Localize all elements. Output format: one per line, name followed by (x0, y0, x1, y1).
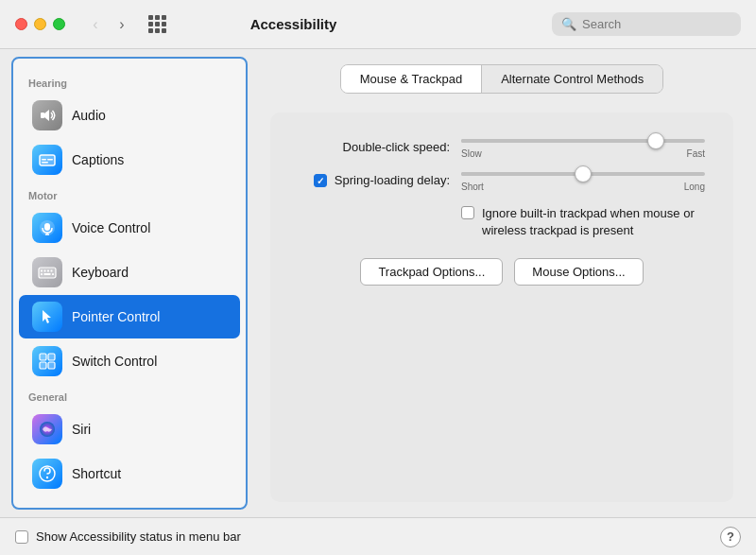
svg-rect-10 (44, 270, 46, 272)
double-click-speed-slider-container: Slow Fast (461, 135, 705, 159)
audio-icon (32, 100, 62, 130)
svg-rect-9 (41, 270, 43, 272)
minimize-button[interactable] (34, 18, 46, 30)
svg-rect-15 (52, 273, 54, 275)
keyboard-label: Keyboard (72, 265, 129, 280)
spring-loading-labels: Short Long (461, 182, 705, 192)
sidebar-item-voice-control[interactable]: Voice Control (19, 206, 240, 250)
svg-rect-1 (40, 155, 55, 165)
svg-point-22 (46, 477, 48, 478)
status-bar-checkbox-row: Show Accessibility status in menu bar (15, 529, 241, 544)
trackpad-options-button[interactable]: Trackpad Options... (360, 258, 503, 286)
shortcut-label: Shortcut (72, 466, 121, 481)
help-button[interactable]: ? (720, 527, 741, 547)
double-click-speed-label: Double-click speed: (299, 140, 450, 154)
tab-bar: Mouse & Trackpad Alternate Control Metho… (340, 64, 663, 94)
apps-grid-icon[interactable] (148, 15, 167, 34)
ignore-trackpad-label: Ignore built-in trackpad when mouse or w… (482, 205, 705, 239)
svg-rect-3 (47, 159, 53, 161)
svg-rect-12 (51, 270, 53, 272)
traffic-lights (15, 18, 65, 30)
sidebar-item-pointer-control[interactable]: Pointer Control (19, 295, 240, 338)
forward-button[interactable]: › (111, 13, 133, 36)
switch-control-icon (32, 346, 62, 376)
spring-loading-checkbox[interactable] (314, 174, 327, 187)
options-buttons: Trackpad Options... Mouse Options... (299, 258, 705, 286)
sidebar-item-captions[interactable]: Captions (19, 138, 240, 182)
siri-icon (32, 414, 62, 444)
window-title: Accessibility (179, 16, 408, 32)
back-button[interactable]: ‹ (84, 13, 107, 36)
sidebar-section-motor: Motor (13, 182, 246, 205)
svg-rect-19 (48, 362, 55, 369)
tab-alternate-control[interactable]: Alternate Control Methods (482, 65, 662, 93)
sidebar-item-audio[interactable]: Audio (19, 94, 240, 137)
mouse-options-button[interactable]: Mouse Options... (514, 258, 643, 286)
sidebar: Hearing Audio Capti (11, 57, 248, 510)
sidebar-item-siri[interactable]: Siri (19, 408, 240, 451)
sidebar-section-hearing: Hearing (13, 70, 246, 93)
svg-rect-14 (44, 273, 51, 275)
spring-loading-slider-container: Short Long (461, 168, 705, 192)
voice-control-icon (32, 213, 62, 243)
double-click-speed-labels: Slow Fast (461, 148, 705, 159)
show-status-checkbox[interactable] (15, 530, 28, 544)
captions-icon (32, 145, 62, 175)
show-status-label: Show Accessibility status in menu bar (36, 529, 241, 544)
double-click-fast-label: Fast (687, 148, 705, 159)
svg-rect-13 (41, 273, 43, 275)
sidebar-item-keyboard[interactable]: Keyboard (19, 251, 240, 294)
close-button[interactable] (15, 18, 27, 30)
spring-loading-row: Spring-loading delay: Short Long (299, 168, 705, 192)
content-panel: Mouse & Trackpad Alternate Control Metho… (248, 49, 756, 517)
sidebar-section-general: General (13, 384, 246, 407)
switch-control-label: Switch Control (72, 354, 157, 369)
siri-label: Siri (72, 422, 91, 437)
spring-loading-label: Spring-loading delay: (335, 173, 450, 187)
double-click-slow-label: Slow (461, 148, 482, 159)
spring-loading-long-label: Long (684, 182, 705, 192)
voice-control-label: Voice Control (72, 220, 150, 235)
pointer-control-icon (32, 302, 62, 332)
captions-label: Captions (72, 152, 124, 167)
double-click-speed-track[interactable] (461, 139, 705, 143)
svg-rect-2 (42, 159, 46, 161)
titlebar: ‹ › Accessibility 🔍 (0, 0, 756, 49)
svg-rect-11 (47, 270, 49, 272)
audio-label: Audio (72, 108, 106, 123)
keyboard-icon (32, 257, 62, 287)
spring-loading-short-label: Short (461, 182, 484, 192)
tab-mouse-trackpad[interactable]: Mouse & Trackpad (341, 65, 482, 93)
main-content: Hearing Audio Capti (0, 49, 756, 517)
svg-rect-17 (48, 354, 55, 360)
sidebar-item-shortcut[interactable]: Shortcut (19, 452, 240, 495)
double-click-speed-row: Double-click speed: Slow Fast (299, 135, 705, 159)
svg-rect-18 (40, 362, 46, 369)
svg-rect-8 (39, 268, 56, 278)
spring-loading-track[interactable] (461, 172, 705, 176)
shortcut-icon (32, 459, 62, 489)
search-box[interactable]: 🔍 (552, 12, 741, 36)
bottom-bar: Show Accessibility status in menu bar ? (0, 517, 756, 555)
settings-area: Double-click speed: Slow Fast Spring (270, 113, 733, 502)
ignore-trackpad-checkbox[interactable] (461, 206, 474, 219)
ignore-trackpad-row: Ignore built-in trackpad when mouse or w… (461, 205, 705, 239)
sidebar-item-switch-control[interactable]: Switch Control (19, 339, 240, 383)
svg-rect-16 (40, 354, 46, 360)
svg-rect-4 (42, 162, 48, 164)
nav-buttons: ‹ › (84, 13, 133, 36)
maximize-button[interactable] (53, 18, 65, 30)
pointer-control-label: Pointer Control (72, 309, 160, 324)
svg-rect-0 (41, 113, 44, 118)
search-icon: 🔍 (561, 17, 576, 31)
search-input[interactable] (582, 17, 731, 31)
